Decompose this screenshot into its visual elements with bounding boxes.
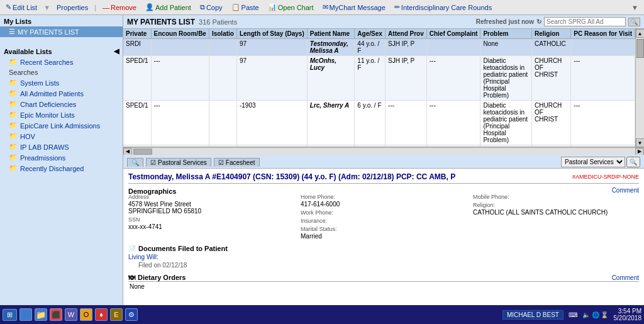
sidebar-item-system-lists[interactable]: 📁 System Lists [0,77,123,88]
sidebar-my-lists-header: My Lists [0,15,123,26]
bottom-search-area: Pastoral Services 🔍 [561,157,640,167]
taskbar-icon5[interactable]: O [80,308,92,321]
sidebar-item-recently-discharged[interactable]: 📁 Recently Discharged [0,163,123,174]
folder-icon: 📁 [9,143,18,151]
toolbar: ✎ Edit List ▼ Properties | — Remove 👤 Ad… [0,0,644,15]
col-los: Length of Stay (Days) [236,29,307,39]
bottom-tab-search[interactable]: 🔍 [127,158,143,167]
taskbar-ie-icon[interactable]: e [19,308,32,321]
col-attend: Attend Prov [386,29,427,39]
table-row[interactable]: SRDI97Testmonday, Melissa A44 y.o. / FSJ… [123,39,635,56]
sidebar-item-preadmissions[interactable]: 📁 Preadmissions [0,152,123,163]
open-chart-button[interactable]: 📊 Open Chart [265,3,317,12]
add-patient-button[interactable]: 👤 Add Patient [142,3,194,12]
demographics-section: Demographics Comment Address 4578 West P… [128,187,639,240]
edit-list-button[interactable]: ✎ Edit List [3,3,40,12]
search-input[interactable] [544,17,626,26]
sidebar-item-recent-searches[interactable]: 📁 Recent Searches [0,57,123,67]
scroll-right-arrow[interactable]: ▶ [635,148,644,155]
col-age-sex: Age/Sex [355,29,386,39]
main-layout: My Lists ☰ MY PATIENTS LIST Available Li… [0,15,644,305]
sidebar-item-epiccare-link[interactable]: 📁 EpicCare Link Admissions [0,120,123,131]
dietary-comment-link[interactable]: Comment [612,274,639,281]
scroll-left-arrow[interactable]: ◀ [123,148,132,155]
taskbar-icon8[interactable]: ⚙ [125,308,138,321]
properties-button[interactable]: Properties [53,3,91,12]
taskbar-icon7[interactable]: E [110,308,123,321]
ssn-value: xxx-xx-4741 [128,223,294,230]
bottom-search-button[interactable]: 🔍 [626,157,640,167]
add-patient-icon: 👤 [145,3,154,11]
table-row[interactable]: SPED/1----1903Lrc, Sherry A6 y.o. / F---… [123,101,635,145]
taskbar-icon4[interactable]: W [65,308,77,321]
address-col: Address 4578 West Pine StreetSPRINGFIELD… [128,194,294,240]
folder-icon: 📁 [9,58,18,66]
folder-icon: 📁 [9,121,18,130]
ssn-label: SSN [128,216,294,223]
col-chief: Chief Complaint [426,29,480,39]
col-room: Encoun Room/Be [151,29,209,39]
paste-button[interactable]: 📋 Paste [228,3,262,12]
bottom-tab-facesheet[interactable]: ☑ Facesheet [214,158,260,167]
sidebar-item-epic-monitor[interactable]: 📁 Epic Monitor Lists [0,109,123,120]
bottom-tab-pastoral[interactable]: ☑ Pastoral Services [146,158,211,167]
folder-icon: 📁 [9,111,18,119]
start-button[interactable]: ⊞ [3,309,17,321]
patient-table-container: Private Encoun Room/Be Isolatio Length o… [123,29,644,155]
sep1: | [94,4,96,11]
keyboard-icon: ⌨ [569,311,577,318]
horizontal-scrollbar[interactable]: ◀ ▶ [123,147,644,155]
patient-table-area[interactable]: Private Encoun Room/Be Isolatio Length o… [123,29,635,147]
table-row[interactable]: SPED/176McOnhs, Lucy B11 y.o. / FSJH IP,… [123,145,635,148]
interdisciplinary-icon: ✏ [394,3,400,11]
taskbar-folder-icon[interactable]: 📁 [35,308,47,321]
demographics-grid: Address 4578 West Pine StreetSPRINGFIELD… [128,194,639,240]
col-problem: Problem [480,29,532,39]
bottom-search-dropdown[interactable]: Pastoral Services [561,157,625,167]
taskbar: ⊞ e 📁 ⬛ W O ♦ E ⚙ MICHAEL D BEST ⌨ 🔈 🌐 ⌛… [0,305,644,324]
dietary-header-row: 🍽 Dietary Orders Comment [128,274,639,282]
work-phone-label: Work Phone: [301,209,467,216]
folder-icon: 📁 [9,164,18,172]
searches-label: Searches [0,67,123,77]
sidebar-item-my-patients-list[interactable]: ☰ MY PATIENTS LIST [0,26,123,37]
scroll-thumb[interactable] [636,39,644,58]
taskbar-icon3[interactable]: ⬛ [50,308,62,321]
bottom-tabs: 🔍 ☑ Pastoral Services ☑ Facesheet Pastor… [123,155,644,169]
folder-icon: 📁 [9,154,18,162]
table-row[interactable]: SPED/1---97McOnhs, Lucy11 y.o. / FSJH IP… [123,56,635,101]
table-vertical-scrollbar[interactable]: ▲ ▼ [635,29,644,147]
col-isolation: Isolatio [209,29,236,39]
search-button[interactable]: 🔍 [628,18,640,26]
content-area: MY PATIENTS LIST 316 Patients Refreshed … [123,15,644,305]
scroll-h-thumb[interactable] [133,148,152,155]
pastoral-icon: ☑ [150,159,156,166]
copy-icon: ⧉ [200,3,205,11]
paste-icon: 📋 [231,3,240,11]
scroll-up-arrow[interactable]: ▲ [636,29,645,38]
sidebar-item-chart-deficiencies[interactable]: 📁 Chart Deficiencies [0,99,123,109]
windows-icon: ⊞ [7,311,13,319]
toolbar-menu-button[interactable]: ▼ [628,3,641,12]
interdisciplinary-button[interactable]: ✏ Interdisciplinary Care Rounds [391,3,495,12]
patient-name-text: Testmonday, Melissa A #E1404907 (CSN: 15… [128,172,455,181]
scroll-down-arrow[interactable]: ▼ [636,138,645,147]
demographics-comment-link[interactable]: Comment [612,187,639,194]
sidebar-item-ip-lab[interactable]: 📁 IP LAB DRAWS [0,142,123,152]
patient-name-header: Testmonday, Melissa A #E1404907 (CSN: 15… [128,171,639,184]
collapse-icon[interactable]: ◀ [114,47,119,55]
mobile-phone-label: Mobile Phone: [473,194,639,200]
taskbar-time: 3:54 PM 5/20/2018 [614,308,642,321]
remove-button[interactable]: — Remove [99,3,140,12]
document-icon: 📄 [128,245,136,252]
sidebar-item-all-admitted[interactable]: 📁 All Admitted Patients [0,88,123,99]
mychart-button[interactable]: ✉ MyChart Message [319,3,389,12]
copy-button[interactable]: ⧉ Copy [197,3,226,12]
religion-value: CATHOLIC (ALL SAINTS CATHOLIC CHURCH) [473,209,639,216]
sidebar-item-hov[interactable]: 📁 HOV [0,131,123,142]
taskbar-icon6[interactable]: ♦ [95,308,108,321]
patient-table: Private Encoun Room/Be Isolatio Length o… [123,29,635,147]
marital-status-label: Marital Status: [301,226,467,232]
home-phone-label: Home Phone: [301,194,467,200]
refresh-icon[interactable]: ↻ [536,18,541,25]
